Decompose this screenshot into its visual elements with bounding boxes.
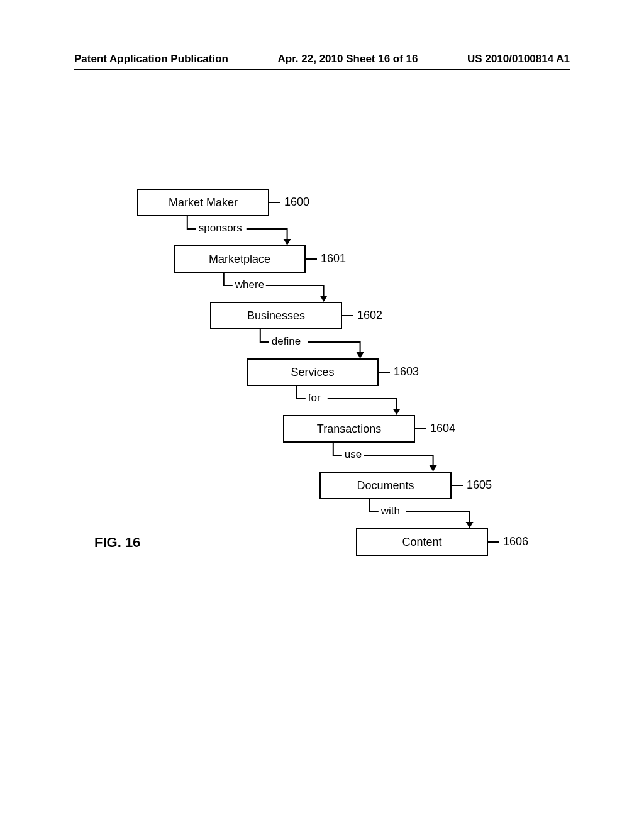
diagram: Market Maker1600sponsorsMarketplace1601w… bbox=[0, 189, 644, 591]
node-label: Content bbox=[402, 536, 441, 549]
ref-tick bbox=[488, 541, 499, 543]
svg-marker-5 bbox=[466, 522, 474, 528]
header-rule bbox=[74, 69, 570, 70]
header-center: Apr. 22, 2010 Sheet 16 of 16 bbox=[278, 53, 418, 65]
ref-number: 1606 bbox=[503, 535, 528, 548]
page: Patent Application Publication Apr. 22, … bbox=[0, 0, 644, 830]
header-right: US 2010/0100814 A1 bbox=[467, 53, 570, 65]
node-box: Content bbox=[356, 528, 488, 556]
page-header: Patent Application Publication Apr. 22, … bbox=[74, 53, 570, 65]
figure-label: FIG. 16 bbox=[94, 534, 140, 551]
connector-arrow bbox=[0, 189, 644, 629]
header-left: Patent Application Publication bbox=[74, 53, 228, 65]
